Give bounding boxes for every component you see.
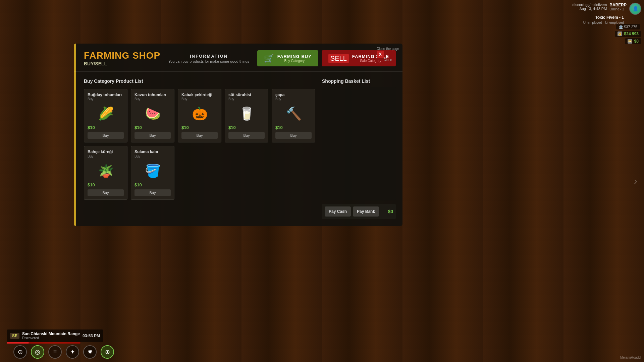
product-type: Buy xyxy=(228,97,234,101)
hud-location-info: San Chianski Mountain Range Discovered xyxy=(22,331,80,340)
product-type: Buy xyxy=(181,97,187,101)
hud-compass: SE xyxy=(10,333,19,339)
hud-wallet-row: 🏦 $37 275 xyxy=(616,24,641,29)
hud-icon-6[interactable]: ⊕ xyxy=(101,345,114,359)
hud-cash-icon: 💰 xyxy=(618,32,622,36)
tab-buy-text: FARMING BUY Buy Category xyxy=(277,54,312,63)
product-grid: Buğday tohumları Buy 🌽 $10 Buy Kavun toh… xyxy=(84,89,315,200)
products-section: Buy Category Product List Buğday tohumla… xyxy=(84,78,315,219)
product-type: Buy xyxy=(135,155,140,158)
sell-icon: SELL xyxy=(328,54,349,63)
hud-bank-val: $0 xyxy=(634,39,639,44)
product-buy-button[interactable]: Buy xyxy=(181,132,218,139)
pay-cash-button[interactable]: Pay Cash xyxy=(325,206,351,217)
product-card[interactable]: Buğday tohumları Buy 🌽 $10 Buy xyxy=(84,89,127,142)
products-title: Buy Category Product List xyxy=(84,78,315,84)
product-type: Buy xyxy=(275,97,281,101)
product-price: $10 xyxy=(228,125,236,130)
product-emoji: 🪣 xyxy=(135,164,171,178)
hud-server-name: Toxic Fivem - 1 xyxy=(595,15,624,20)
product-card[interactable]: Bahçe küreği Buy 🪴 $10 Buy xyxy=(84,146,127,199)
hud-wallet-val: $37 275 xyxy=(624,25,637,29)
basket-title: Shopping Basket List xyxy=(322,78,396,84)
hud-icon-2[interactable]: ◎ xyxy=(31,345,44,359)
close-sub: Close xyxy=(377,58,399,62)
product-emoji: 🍉 xyxy=(135,106,171,121)
right-arrow-icon: › xyxy=(634,175,637,187)
product-emoji: 🎃 xyxy=(181,106,218,121)
close-label: Close the page xyxy=(377,47,399,51)
product-price: $10 xyxy=(88,125,95,130)
close-btn-area: Close the page X Close xyxy=(377,47,399,62)
hud-icon-3[interactable]: ≡ xyxy=(48,345,62,359)
hud-icon-1[interactable]: ⊙ xyxy=(13,345,27,359)
product-card[interactable]: Sulama kabı Buy 🪣 $10 Buy xyxy=(131,146,174,199)
basket-total: $0 xyxy=(388,209,393,214)
hud-date-text: Aug 13, 4:43 PM xyxy=(573,7,607,11)
hud-bank-row: 💳 $0 xyxy=(625,38,641,44)
tab-buy-sub: Buy Category xyxy=(277,59,312,63)
hud-player-block: BABERP Online - 1 xyxy=(609,3,627,11)
product-type: Buy xyxy=(135,97,140,101)
product-price: $10 xyxy=(88,182,95,187)
hud-bank-icon: 💳 xyxy=(628,39,632,44)
tab-buy-button[interactable]: 🛒 FARMING BUY Buy Category xyxy=(257,50,318,66)
hud-bottom-icons: ⊙ ◎ ≡ ✦ ✸ ⊕ xyxy=(13,345,114,359)
hud-location-sub: Discovered xyxy=(22,336,80,340)
product-type: Buy xyxy=(88,155,93,158)
product-name: Kavun tohumları xyxy=(135,93,166,97)
hud-money-block: 🏦 $37 275 💰 $24 993 💳 $0 xyxy=(615,24,641,44)
shop-body: Buy Category Product List Buğday tohumla… xyxy=(74,72,402,226)
product-name: Sulama kabı xyxy=(135,149,158,154)
product-buy-button[interactable]: Buy xyxy=(88,189,124,196)
hud-discord-block: discord.gg/toxicfivem Aug 13, 4:43 PM xyxy=(573,3,607,11)
hud-discord-text: discord.gg/toxicfivem xyxy=(573,3,607,7)
hud-location-name: San Chianski Mountain Range xyxy=(22,331,80,336)
shop-tabs: 🛒 FARMING BUY Buy Category SELL FARMING … xyxy=(257,50,396,66)
hud-cash-row: 💰 $24 993 xyxy=(615,31,641,37)
product-buy-button[interactable]: Buy xyxy=(135,132,171,139)
product-buy-button[interactable]: Buy xyxy=(228,132,265,139)
close-button[interactable]: X xyxy=(377,51,384,58)
info-desc: You can buy products for make some good … xyxy=(167,59,251,63)
product-card[interactable]: Kabak çekirdeği Buy 🎃 $10 Buy xyxy=(178,89,221,142)
product-name: çapa xyxy=(275,93,284,97)
hud-top-right: discord.gg/toxicfivem Aug 13, 4:43 PM BA… xyxy=(573,0,644,15)
product-emoji: 🥛 xyxy=(228,106,265,121)
shop-info-block: INFORMATION You can buy products for mak… xyxy=(160,54,257,63)
basket-icon: 🛒 xyxy=(264,54,274,63)
product-buy-button[interactable]: Buy xyxy=(275,132,312,139)
product-emoji: 🪴 xyxy=(88,164,124,178)
hud-icon-4[interactable]: ✦ xyxy=(66,345,79,359)
product-buy-button[interactable]: Buy xyxy=(135,189,171,196)
tab-buy-label: FARMING BUY xyxy=(277,54,312,59)
product-type: Buy xyxy=(88,97,93,101)
watermark: MejanijRoadd xyxy=(620,356,641,359)
shop-title: FARMING SHOP xyxy=(84,50,160,61)
shop-subtitle: BUY/SELL xyxy=(84,61,160,66)
product-price: $10 xyxy=(135,182,142,187)
hud-time: 03:53 PM xyxy=(83,334,100,338)
product-name: süt sürahisi xyxy=(228,93,251,97)
basket-footer: Pay Cash Pay Bank $0 xyxy=(322,204,396,219)
product-card[interactable]: Kavun tohumları Buy 🍉 $10 Buy xyxy=(131,89,174,142)
basket-section: Shopping Basket List Pay Cash Pay Bank $… xyxy=(322,78,396,219)
product-emoji: 🌽 xyxy=(88,106,124,121)
product-price: $10 xyxy=(135,125,142,130)
info-label: INFORMATION xyxy=(167,54,251,59)
product-card[interactable]: çapa Buy 🔨 $10 Buy xyxy=(272,89,315,142)
hud-player-status: Online - 1 xyxy=(609,7,627,11)
hud-location-block: SE San Chianski Mountain Range Discovere… xyxy=(7,329,103,342)
product-card[interactable]: süt sürahisi Buy 🥛 $10 Buy xyxy=(225,89,268,142)
product-name: Kabak çekirdeği xyxy=(181,93,212,97)
hud-icon-5[interactable]: ✸ xyxy=(83,345,97,359)
pay-bank-button[interactable]: Pay Bank xyxy=(353,206,379,217)
shop-header: FARMING SHOP BUY/SELL INFORMATION You ca… xyxy=(74,44,402,72)
product-emoji: 🔨 xyxy=(275,106,312,121)
hud-health-fill xyxy=(7,342,29,344)
hud-avatar: 👤 xyxy=(629,3,641,15)
product-buy-button[interactable]: Buy xyxy=(88,132,124,139)
shop-panel: FARMING SHOP BUY/SELL INFORMATION You ca… xyxy=(74,44,402,226)
hud-health-bar xyxy=(7,342,80,344)
basket-list xyxy=(322,87,396,200)
